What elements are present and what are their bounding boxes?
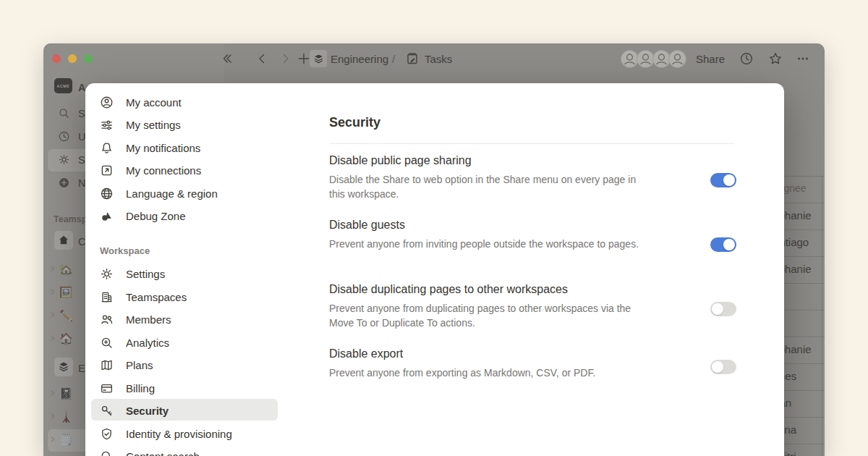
history-icon[interactable] <box>739 51 754 66</box>
nav-item-label: My settings <box>126 119 181 131</box>
nav-item-content-search[interactable]: Content search <box>91 447 278 456</box>
setting-description: Prevent anyone from inviting people outs… <box>329 237 649 251</box>
nav-item-billing[interactable]: Billing <box>91 379 278 399</box>
setting-row-public-sharing: Disable public page sharing Disable the … <box>329 153 735 201</box>
nav-item-label: My account <box>126 96 182 109</box>
nav-item-label: Security <box>126 405 169 417</box>
setting-title: Disable public page sharing <box>329 153 735 169</box>
bell-icon <box>100 141 114 155</box>
nav-item-members[interactable]: Members <box>91 310 278 330</box>
breadcrumb-space-icon-box[interactable] <box>310 50 327 67</box>
more-options-icon[interactable] <box>796 51 810 66</box>
page-emoji-icon: 🗒️ <box>59 433 73 447</box>
stack-layers-icon <box>312 53 325 65</box>
collapse-sidebar-icon[interactable] <box>219 51 234 66</box>
table-column-border <box>822 176 822 456</box>
nav-item-plans[interactable]: Plans <box>91 355 278 376</box>
teamspace-icon-box <box>54 231 73 250</box>
settings-modal: My account My settings My notifications … <box>85 83 784 456</box>
task-note-icon <box>405 51 420 66</box>
setting-title: Disable guests <box>329 217 735 233</box>
key-icon <box>100 404 114 418</box>
window-close-button[interactable] <box>52 54 61 63</box>
chevron-right-icon[interactable] <box>48 411 58 421</box>
page-emoji-icon: 🗼 <box>59 410 73 424</box>
setting-title: Disable duplicating pages to other works… <box>329 282 735 297</box>
new-page-icon[interactable] <box>297 51 311 66</box>
nav-item-label: Plans <box>126 359 153 371</box>
nav-item-analytics[interactable]: Analytics <box>91 333 278 353</box>
nav-item-debug-zone[interactable]: Debug Zone <box>91 206 278 227</box>
window-minimize-button[interactable] <box>68 54 77 63</box>
setting-row-guests: Disable guests Prevent anyone from invit… <box>329 217 735 251</box>
toggle-disable-guests[interactable] <box>710 237 736 252</box>
window-zoom-button[interactable] <box>84 54 93 63</box>
nav-item-security[interactable]: Security <box>91 401 278 421</box>
chevron-right-icon[interactable] <box>48 263 58 274</box>
gear-icon <box>58 153 70 166</box>
page-emoji-icon: ✏️ <box>59 308 73 323</box>
chevron-right-icon[interactable] <box>48 287 58 297</box>
chevron-right-icon[interactable] <box>48 310 58 320</box>
arrow-square-icon <box>100 164 114 177</box>
nav-item-my-notifications[interactable]: My notifications <box>91 138 278 159</box>
setting-title: Disable export <box>329 346 735 362</box>
building-icon <box>100 290 114 304</box>
page-title: Security <box>329 115 380 130</box>
setting-row-export: Disable export Prevent anyone from expor… <box>329 346 735 380</box>
share-button[interactable]: Share <box>696 53 725 65</box>
breadcrumb-space[interactable]: Engineering <box>331 53 388 65</box>
toggle-disable-public-page-sharing[interactable] <box>710 173 736 187</box>
nav-item-language-region[interactable]: Language & region <box>91 184 278 204</box>
toggle-knob <box>712 303 723 315</box>
chevron-right-icon[interactable] <box>48 333 58 343</box>
page-emoji-icon: 🏠 <box>59 332 73 346</box>
avatar[interactable] <box>668 50 686 68</box>
stack-layers-icon <box>57 360 70 373</box>
divider <box>329 143 735 144</box>
nav-item-label: My connections <box>126 164 201 177</box>
nav-item-label: Debug Zone <box>126 210 186 222</box>
person-circle-icon <box>100 96 114 109</box>
nav-item-label: My notifications <box>126 142 200 154</box>
map-icon <box>100 358 114 372</box>
search-icon <box>58 107 70 119</box>
nav-item-teamspaces[interactable]: Teamspaces <box>91 287 278 308</box>
chevron-right-icon[interactable] <box>48 434 58 444</box>
globe-icon <box>100 187 114 200</box>
setting-row-duplicating: Disable duplicating pages to other works… <box>329 282 735 330</box>
toggle-disable-duplicating[interactable] <box>710 302 736 316</box>
back-icon[interactable] <box>255 51 269 66</box>
people-icon <box>100 313 114 326</box>
circle-plus-icon <box>58 177 70 189</box>
toggle-knob <box>723 239 735 250</box>
nav-item-label: Billing <box>126 382 155 394</box>
chevron-right-icon[interactable] <box>48 388 58 398</box>
toggle-knob <box>712 361 723 373</box>
shield-check-icon <box>100 427 114 441</box>
teamspace-icon-box <box>54 358 73 376</box>
setting-description: Disable the Share to web option in the S… <box>329 172 649 201</box>
nav-item-label: Settings <box>126 268 165 280</box>
nav-item-settings[interactable]: Settings <box>91 264 278 284</box>
forward-icon[interactable] <box>278 51 293 66</box>
nav-item-label: Language & region <box>126 187 218 200</box>
breadcrumb-separator: / <box>392 53 395 65</box>
nav-item-identity-provisioning[interactable]: Identity & provisioning <box>91 424 278 444</box>
workspace-logo: ACME <box>54 78 72 93</box>
favorite-icon[interactable] <box>768 51 783 66</box>
toggle-disable-export[interactable] <box>710 360 736 374</box>
gear-icon <box>100 267 114 281</box>
credit-card-icon <box>100 381 114 395</box>
nav-item-my-account[interactable]: My account <box>91 93 278 113</box>
setting-description: Prevent anyone from exporting as Markdow… <box>329 366 649 380</box>
clock-icon <box>58 130 70 143</box>
breadcrumb-page[interactable]: Tasks <box>425 53 452 65</box>
nav-item-label: Members <box>126 313 171 326</box>
nav-item-label: Analytics <box>126 337 169 349</box>
debug-icon <box>100 209 114 223</box>
nav-item-my-settings[interactable]: My settings <box>91 115 278 135</box>
page-emoji-icon: 📓 <box>59 387 73 401</box>
nav-item-my-connections[interactable]: My connections <box>91 161 278 181</box>
page-emoji-icon: 🖼️ <box>59 285 73 300</box>
